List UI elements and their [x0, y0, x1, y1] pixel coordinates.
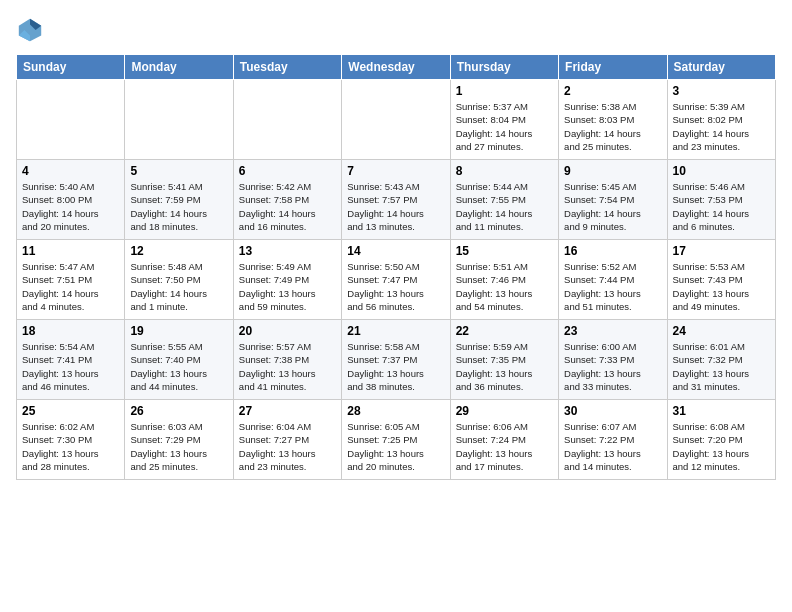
calendar-cell: 25Sunrise: 6:02 AMSunset: 7:30 PMDayligh…	[17, 400, 125, 480]
day-info: Sunrise: 5:53 AMSunset: 7:43 PMDaylight:…	[673, 260, 770, 313]
day-number: 31	[673, 404, 770, 418]
calendar-cell: 19Sunrise: 5:55 AMSunset: 7:40 PMDayligh…	[125, 320, 233, 400]
day-info: Sunrise: 5:45 AMSunset: 7:54 PMDaylight:…	[564, 180, 661, 233]
weekday-header-row: SundayMondayTuesdayWednesdayThursdayFrid…	[17, 55, 776, 80]
weekday-header-wednesday: Wednesday	[342, 55, 450, 80]
day-info: Sunrise: 6:08 AMSunset: 7:20 PMDaylight:…	[673, 420, 770, 473]
day-info: Sunrise: 6:03 AMSunset: 7:29 PMDaylight:…	[130, 420, 227, 473]
day-info: Sunrise: 5:57 AMSunset: 7:38 PMDaylight:…	[239, 340, 336, 393]
calendar-cell: 7Sunrise: 5:43 AMSunset: 7:57 PMDaylight…	[342, 160, 450, 240]
calendar-cell: 27Sunrise: 6:04 AMSunset: 7:27 PMDayligh…	[233, 400, 341, 480]
day-info: Sunrise: 5:58 AMSunset: 7:37 PMDaylight:…	[347, 340, 444, 393]
calendar-cell: 5Sunrise: 5:41 AMSunset: 7:59 PMDaylight…	[125, 160, 233, 240]
calendar-cell: 1Sunrise: 5:37 AMSunset: 8:04 PMDaylight…	[450, 80, 558, 160]
day-number: 28	[347, 404, 444, 418]
calendar-cell: 17Sunrise: 5:53 AMSunset: 7:43 PMDayligh…	[667, 240, 775, 320]
day-number: 14	[347, 244, 444, 258]
day-number: 6	[239, 164, 336, 178]
page-header	[16, 16, 776, 44]
day-info: Sunrise: 5:47 AMSunset: 7:51 PMDaylight:…	[22, 260, 119, 313]
day-number: 11	[22, 244, 119, 258]
day-info: Sunrise: 5:59 AMSunset: 7:35 PMDaylight:…	[456, 340, 553, 393]
day-info: Sunrise: 5:49 AMSunset: 7:49 PMDaylight:…	[239, 260, 336, 313]
calendar-cell: 20Sunrise: 5:57 AMSunset: 7:38 PMDayligh…	[233, 320, 341, 400]
day-info: Sunrise: 5:39 AMSunset: 8:02 PMDaylight:…	[673, 100, 770, 153]
calendar-cell: 29Sunrise: 6:06 AMSunset: 7:24 PMDayligh…	[450, 400, 558, 480]
logo-icon	[16, 16, 44, 44]
day-number: 21	[347, 324, 444, 338]
day-number: 7	[347, 164, 444, 178]
day-number: 2	[564, 84, 661, 98]
calendar-cell: 16Sunrise: 5:52 AMSunset: 7:44 PMDayligh…	[559, 240, 667, 320]
calendar-cell: 11Sunrise: 5:47 AMSunset: 7:51 PMDayligh…	[17, 240, 125, 320]
calendar-cell: 4Sunrise: 5:40 AMSunset: 8:00 PMDaylight…	[17, 160, 125, 240]
calendar-week-2: 4Sunrise: 5:40 AMSunset: 8:00 PMDaylight…	[17, 160, 776, 240]
calendar-cell: 26Sunrise: 6:03 AMSunset: 7:29 PMDayligh…	[125, 400, 233, 480]
calendar-cell: 14Sunrise: 5:50 AMSunset: 7:47 PMDayligh…	[342, 240, 450, 320]
day-number: 29	[456, 404, 553, 418]
day-number: 17	[673, 244, 770, 258]
day-number: 24	[673, 324, 770, 338]
day-number: 16	[564, 244, 661, 258]
day-info: Sunrise: 5:37 AMSunset: 8:04 PMDaylight:…	[456, 100, 553, 153]
day-info: Sunrise: 5:50 AMSunset: 7:47 PMDaylight:…	[347, 260, 444, 313]
day-number: 10	[673, 164, 770, 178]
day-number: 13	[239, 244, 336, 258]
day-number: 4	[22, 164, 119, 178]
day-info: Sunrise: 6:00 AMSunset: 7:33 PMDaylight:…	[564, 340, 661, 393]
calendar-cell: 22Sunrise: 5:59 AMSunset: 7:35 PMDayligh…	[450, 320, 558, 400]
day-number: 8	[456, 164, 553, 178]
day-number: 20	[239, 324, 336, 338]
day-info: Sunrise: 5:41 AMSunset: 7:59 PMDaylight:…	[130, 180, 227, 233]
day-number: 19	[130, 324, 227, 338]
weekday-header-sunday: Sunday	[17, 55, 125, 80]
day-info: Sunrise: 5:42 AMSunset: 7:58 PMDaylight:…	[239, 180, 336, 233]
day-info: Sunrise: 5:48 AMSunset: 7:50 PMDaylight:…	[130, 260, 227, 313]
day-info: Sunrise: 5:40 AMSunset: 8:00 PMDaylight:…	[22, 180, 119, 233]
calendar-cell	[17, 80, 125, 160]
day-number: 23	[564, 324, 661, 338]
day-number: 30	[564, 404, 661, 418]
weekday-header-monday: Monday	[125, 55, 233, 80]
day-info: Sunrise: 6:07 AMSunset: 7:22 PMDaylight:…	[564, 420, 661, 473]
day-info: Sunrise: 5:52 AMSunset: 7:44 PMDaylight:…	[564, 260, 661, 313]
calendar-week-4: 18Sunrise: 5:54 AMSunset: 7:41 PMDayligh…	[17, 320, 776, 400]
calendar-cell: 21Sunrise: 5:58 AMSunset: 7:37 PMDayligh…	[342, 320, 450, 400]
weekday-header-thursday: Thursday	[450, 55, 558, 80]
day-info: Sunrise: 5:43 AMSunset: 7:57 PMDaylight:…	[347, 180, 444, 233]
day-info: Sunrise: 5:54 AMSunset: 7:41 PMDaylight:…	[22, 340, 119, 393]
day-number: 18	[22, 324, 119, 338]
day-info: Sunrise: 5:38 AMSunset: 8:03 PMDaylight:…	[564, 100, 661, 153]
calendar-cell: 9Sunrise: 5:45 AMSunset: 7:54 PMDaylight…	[559, 160, 667, 240]
calendar-cell	[233, 80, 341, 160]
day-number: 5	[130, 164, 227, 178]
calendar-table: SundayMondayTuesdayWednesdayThursdayFrid…	[16, 54, 776, 480]
calendar-cell: 18Sunrise: 5:54 AMSunset: 7:41 PMDayligh…	[17, 320, 125, 400]
calendar-cell: 30Sunrise: 6:07 AMSunset: 7:22 PMDayligh…	[559, 400, 667, 480]
calendar-cell: 23Sunrise: 6:00 AMSunset: 7:33 PMDayligh…	[559, 320, 667, 400]
weekday-header-tuesday: Tuesday	[233, 55, 341, 80]
calendar-cell	[125, 80, 233, 160]
day-info: Sunrise: 6:01 AMSunset: 7:32 PMDaylight:…	[673, 340, 770, 393]
day-number: 3	[673, 84, 770, 98]
day-info: Sunrise: 5:44 AMSunset: 7:55 PMDaylight:…	[456, 180, 553, 233]
day-number: 22	[456, 324, 553, 338]
calendar-cell: 10Sunrise: 5:46 AMSunset: 7:53 PMDayligh…	[667, 160, 775, 240]
day-number: 9	[564, 164, 661, 178]
calendar-cell: 12Sunrise: 5:48 AMSunset: 7:50 PMDayligh…	[125, 240, 233, 320]
calendar-cell: 15Sunrise: 5:51 AMSunset: 7:46 PMDayligh…	[450, 240, 558, 320]
calendar-week-1: 1Sunrise: 5:37 AMSunset: 8:04 PMDaylight…	[17, 80, 776, 160]
day-info: Sunrise: 5:46 AMSunset: 7:53 PMDaylight:…	[673, 180, 770, 233]
calendar-cell: 8Sunrise: 5:44 AMSunset: 7:55 PMDaylight…	[450, 160, 558, 240]
logo	[16, 16, 50, 44]
calendar-cell: 28Sunrise: 6:05 AMSunset: 7:25 PMDayligh…	[342, 400, 450, 480]
calendar-cell: 31Sunrise: 6:08 AMSunset: 7:20 PMDayligh…	[667, 400, 775, 480]
day-info: Sunrise: 6:05 AMSunset: 7:25 PMDaylight:…	[347, 420, 444, 473]
day-number: 12	[130, 244, 227, 258]
calendar-cell	[342, 80, 450, 160]
day-info: Sunrise: 6:04 AMSunset: 7:27 PMDaylight:…	[239, 420, 336, 473]
calendar-week-3: 11Sunrise: 5:47 AMSunset: 7:51 PMDayligh…	[17, 240, 776, 320]
calendar-week-5: 25Sunrise: 6:02 AMSunset: 7:30 PMDayligh…	[17, 400, 776, 480]
weekday-header-saturday: Saturday	[667, 55, 775, 80]
day-number: 15	[456, 244, 553, 258]
